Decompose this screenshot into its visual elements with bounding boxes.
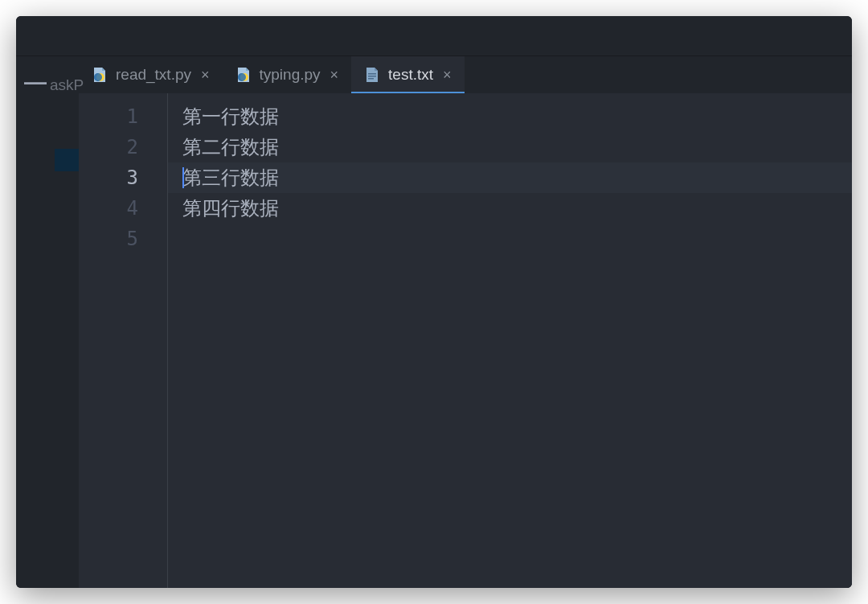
- minimize-icon[interactable]: —: [24, 71, 47, 93]
- tab-typing-py[interactable]: typing.py ×: [223, 56, 352, 93]
- python-file-icon: [235, 67, 252, 83]
- sidebar-left: —: [16, 56, 55, 588]
- close-icon[interactable]: ×: [441, 66, 453, 84]
- titlebar: [16, 16, 852, 56]
- editor-line[interactable]: [168, 224, 852, 254]
- gutter: 1 2 3 4 5: [79, 93, 167, 588]
- python-file-icon: [92, 67, 108, 83]
- line-number-current[interactable]: 3: [79, 162, 167, 193]
- line-number[interactable]: 4: [79, 193, 167, 224]
- line-number[interactable]: 2: [79, 132, 167, 162]
- close-icon[interactable]: ×: [329, 66, 341, 84]
- text-file-icon: [364, 67, 380, 83]
- tab-label: read_txt.py: [116, 66, 191, 84]
- svg-point-2: [94, 73, 102, 81]
- editor-line-current[interactable]: 第三行数据: [168, 162, 852, 193]
- main-area: — askP re: [16, 56, 852, 588]
- line-text: 第四行数据: [182, 197, 279, 220]
- line-text: 第二行数据: [182, 136, 279, 158]
- editor-line[interactable]: 第四行数据: [168, 193, 852, 224]
- line-text: 第三行数据: [182, 166, 279, 189]
- tab-bar: read_txt.py × typing.py ×: [79, 56, 852, 93]
- editor-line[interactable]: 第二行数据: [168, 132, 852, 162]
- line-number[interactable]: 5: [79, 224, 167, 254]
- editor: 1 2 3 4 5 第一行数据 第二行数据 第三行数据 第四行数据: [79, 93, 852, 588]
- svg-point-5: [238, 73, 246, 81]
- project-panel: askP: [55, 56, 79, 588]
- project-selected-item[interactable]: [55, 149, 79, 171]
- content-area: read_txt.py × typing.py ×: [79, 56, 852, 588]
- svg-rect-8: [368, 78, 374, 80]
- editor-content[interactable]: 第一行数据 第二行数据 第三行数据 第四行数据: [167, 93, 852, 588]
- editor-line[interactable]: 第一行数据: [168, 101, 852, 132]
- svg-rect-6: [368, 73, 376, 75]
- tab-label: test.txt: [388, 66, 433, 84]
- editor-window: — askP re: [16, 16, 852, 588]
- svg-rect-7: [368, 76, 376, 77]
- tab-label: typing.py: [260, 66, 321, 84]
- tab-read-txt-py[interactable]: read_txt.py ×: [79, 56, 223, 93]
- line-number[interactable]: 1: [79, 101, 167, 132]
- tab-test-txt[interactable]: test.txt ×: [351, 56, 464, 93]
- text-cursor: [182, 167, 184, 188]
- close-icon[interactable]: ×: [199, 66, 211, 84]
- line-text: 第一行数据: [182, 105, 279, 128]
